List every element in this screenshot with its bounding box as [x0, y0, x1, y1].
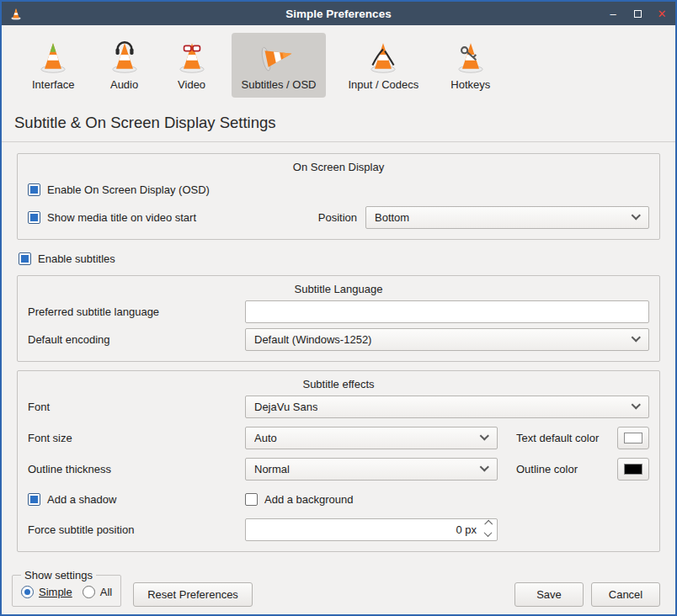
preferences-toolbar: Interface Audio [2, 25, 675, 101]
titlebar: Simple Preferences – ✕ [2, 2, 675, 25]
tab-input-codecs-label: Input / Codecs [348, 78, 418, 91]
tab-video-label: Video [178, 78, 205, 91]
outline-color-swatch [624, 464, 642, 475]
spin-down-icon[interactable] [484, 528, 493, 537]
tab-interface-label: Interface [32, 78, 75, 91]
all-radio[interactable] [83, 586, 95, 598]
subtitle-effects-groupbox: Subtitle effects Font DejaVu Sans Font s… [17, 370, 660, 552]
outline-color-label: Outline color [516, 463, 578, 475]
font-label: Font [28, 401, 245, 413]
enable-subtitles-row: Enable subtitles [17, 247, 660, 270]
subtitle-language-groupbox: Subtitle Language Preferred subtitle lan… [17, 275, 660, 362]
chevron-down-icon [480, 431, 489, 440]
cancel-button[interactable]: Cancel [591, 582, 660, 607]
chevron-down-icon [632, 210, 641, 220]
default-encoding-label: Default encoding [28, 333, 245, 346]
save-button[interactable]: Save [514, 582, 584, 607]
outline-thickness-row: Outline thickness Normal Outline color [28, 457, 649, 481]
maximize-icon[interactable] [632, 8, 643, 19]
chevron-down-icon [632, 332, 641, 342]
force-position-value: 0 px [456, 523, 485, 536]
outline-thickness-value: Normal [254, 463, 290, 475]
vlc-cone-icon [9, 7, 23, 20]
spin-up-icon[interactable] [484, 520, 493, 528]
force-position-label: Force subtitle position [28, 523, 245, 536]
tab-interface[interactable]: Interface [22, 33, 85, 98]
text-default-color-button[interactable] [617, 427, 649, 449]
enable-subtitles-label: Enable subtitles [38, 252, 115, 265]
show-settings-groupbox: Show settings Simple All [12, 569, 121, 607]
show-settings-all-option[interactable]: All [83, 586, 112, 598]
shadow-background-row: Add a shadow Add a background [28, 487, 649, 511]
outline-thickness-label: Outline thickness [28, 463, 245, 475]
input-codecs-icon [365, 39, 401, 74]
media-title-row: Show media title on video start Position… [28, 205, 649, 229]
font-size-label: Font size [28, 432, 245, 444]
preferences-window: Simple Preferences – ✕ Interface [0, 0, 677, 616]
window-controls: – ✕ [607, 8, 668, 19]
tab-audio[interactable]: Audio [97, 33, 152, 98]
add-shadow-option[interactable]: Add a shadow [28, 493, 116, 506]
force-position-row: Force subtitle position 0 px [28, 518, 649, 541]
tab-audio-label: Audio [110, 78, 138, 91]
minimize-icon[interactable]: – [607, 8, 619, 19]
enable-osd-label: Enable On Screen Display (OSD) [47, 183, 210, 196]
tab-input-codecs[interactable]: Input / Codecs [338, 33, 429, 98]
subtitle-effects-title: Subtitle effects [28, 378, 649, 390]
position-value: Bottom [375, 211, 409, 224]
chevron-down-icon [632, 400, 641, 409]
force-position-spinner[interactable]: 0 px [245, 518, 498, 541]
outline-color-button[interactable] [617, 458, 649, 481]
video-icon [174, 39, 210, 74]
footer: Show settings Simple All Reset Preferenc… [17, 569, 660, 615]
simple-radio[interactable] [21, 586, 34, 598]
font-select[interactable]: DejaVu Sans [245, 396, 649, 418]
show-media-title-option[interactable]: Show media title on video start [28, 211, 196, 224]
show-settings-title: Show settings [21, 569, 96, 581]
text-color-swatch [624, 433, 642, 443]
add-shadow-checkbox[interactable] [28, 493, 40, 506]
show-media-title-checkbox[interactable] [28, 211, 40, 224]
preferred-language-input[interactable] [245, 300, 649, 323]
interface-icon [35, 39, 71, 74]
settings-content: On Screen Display Enable On Screen Displ… [2, 142, 675, 615]
reset-preferences-button[interactable]: Reset Preferences [133, 582, 253, 607]
text-default-color-label: Text default color [516, 432, 599, 444]
default-encoding-row: Default encoding Default (Windows-1252) [28, 327, 649, 351]
add-background-option[interactable]: Add a background [245, 493, 354, 506]
tab-subtitles-osd-label: Subtitles / OSD [242, 78, 317, 91]
show-settings-simple-option[interactable]: Simple [21, 586, 72, 598]
tab-video[interactable]: Video [164, 33, 220, 98]
page-title: Subtitle & On Screen Display Settings [2, 101, 675, 142]
preferred-language-label: Preferred subtitle language [28, 305, 245, 318]
position-label: Position [318, 211, 357, 224]
font-size-value: Auto [254, 432, 277, 444]
window-title: Simple Preferences [2, 8, 675, 20]
osd-group-title: On Screen Display [28, 161, 649, 173]
chevron-down-icon [480, 462, 489, 471]
position-select[interactable]: Bottom [365, 206, 649, 229]
subtitles-osd-icon [261, 39, 296, 74]
preferred-language-row: Preferred subtitle language [28, 300, 649, 323]
font-value: DejaVu Sans [254, 401, 317, 413]
show-media-title-label: Show media title on video start [47, 211, 196, 224]
osd-groupbox: On Screen Display Enable On Screen Displ… [17, 153, 660, 240]
font-size-select[interactable]: Auto [245, 427, 498, 449]
outline-thickness-select[interactable]: Normal [245, 458, 498, 481]
subtitle-language-title: Subtitle Language [28, 283, 649, 295]
close-icon[interactable]: ✕ [656, 8, 668, 19]
font-row: Font DejaVu Sans [28, 395, 649, 418]
enable-osd-option[interactable]: Enable On Screen Display (OSD) [28, 183, 210, 196]
tab-hotkeys-label: Hotkeys [450, 78, 490, 91]
tab-hotkeys[interactable]: Hotkeys [440, 33, 500, 98]
enable-osd-checkbox[interactable] [28, 183, 40, 196]
default-encoding-select[interactable]: Default (Windows-1252) [245, 328, 649, 351]
tab-subtitles-osd[interactable]: Subtitles / OSD [232, 33, 327, 98]
add-background-label: Add a background [264, 493, 354, 506]
enable-subtitles-option[interactable]: Enable subtitles [19, 252, 115, 265]
enable-subtitles-checkbox[interactable] [19, 252, 31, 265]
enable-osd-row: Enable On Screen Display (OSD) [28, 178, 649, 201]
font-size-row: Font size Auto Text default color [28, 426, 649, 449]
simple-radio-label: Simple [39, 586, 72, 598]
add-background-checkbox[interactable] [245, 493, 258, 506]
